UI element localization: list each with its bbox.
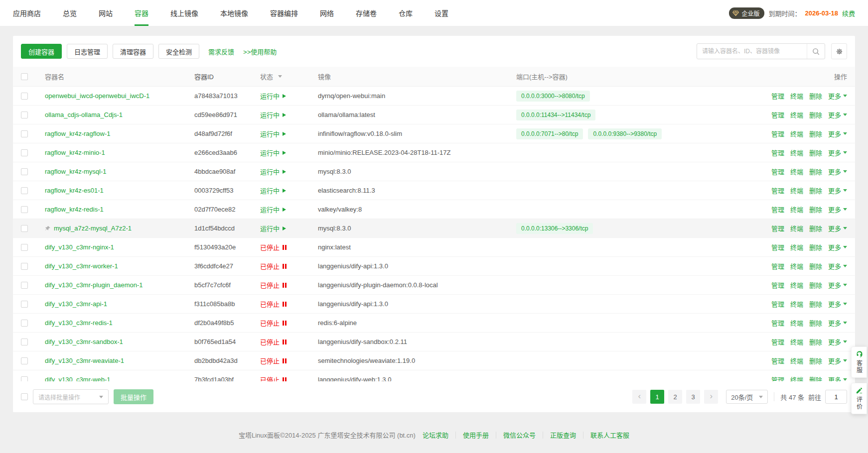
row-action-terminal[interactable]: 终端 — [790, 242, 803, 252]
row-action-terminal[interactable]: 终端 — [790, 375, 803, 381]
customer-service-widget[interactable]: 客服 — [851, 346, 867, 378]
row-action-manage[interactable]: 管理 — [771, 356, 784, 365]
goto-page-input[interactable] — [825, 390, 847, 404]
container-name-link[interactable]: ollama_cdjs-ollama_Cdjs-1 — [45, 111, 123, 118]
row-action-terminal[interactable]: 终端 — [790, 91, 803, 101]
row-checkbox[interactable] — [21, 301, 28, 308]
row-action-delete[interactable]: 删除 — [809, 129, 822, 138]
nav-tab[interactable]: 线上镜像 — [170, 0, 198, 26]
row-checkbox[interactable] — [21, 263, 28, 270]
row-action-more[interactable]: 更多 — [828, 337, 847, 346]
page-size-select[interactable]: 20条/页 — [726, 390, 768, 404]
row-action-more[interactable]: 更多 — [828, 167, 847, 176]
search-icon[interactable] — [807, 44, 825, 59]
column-settings-button[interactable] — [831, 43, 847, 59]
row-action-delete[interactable]: 删除 — [809, 148, 822, 157]
container-name-link[interactable]: ragflow_kr4z-es01-1 — [45, 187, 104, 194]
row-action-terminal[interactable]: 终端 — [790, 280, 803, 290]
row-action-manage[interactable]: 管理 — [771, 242, 784, 252]
row-checkbox[interactable] — [21, 206, 28, 213]
search-input[interactable] — [697, 48, 807, 55]
row-checkbox[interactable] — [21, 244, 28, 251]
row-action-more[interactable]: 更多 — [828, 205, 847, 214]
row-action-terminal[interactable]: 终端 — [790, 110, 803, 119]
row-action-more[interactable]: 更多 — [828, 186, 847, 195]
row-action-terminal[interactable]: 终端 — [790, 129, 803, 138]
container-name-link[interactable]: dify_v130_c3mr-sandbox-1 — [45, 338, 123, 345]
row-action-more[interactable]: 更多 — [828, 148, 847, 157]
row-action-more[interactable]: 更多 — [828, 299, 847, 309]
row-action-terminal[interactable]: 终端 — [790, 224, 803, 233]
page-button[interactable]: 1 — [650, 390, 664, 404]
select-all-checkbox[interactable] — [21, 73, 28, 80]
row-action-manage[interactable]: 管理 — [771, 337, 784, 346]
row-action-terminal[interactable]: 终端 — [790, 356, 803, 365]
row-action-more[interactable]: 更多 — [828, 318, 847, 328]
row-action-manage[interactable]: 管理 — [771, 299, 784, 309]
clean-container-button[interactable]: 清理容器 — [113, 44, 153, 59]
row-checkbox[interactable] — [21, 187, 28, 194]
row-action-delete[interactable]: 删除 — [809, 205, 822, 214]
nav-tab[interactable]: 设置 — [434, 0, 448, 26]
row-action-manage[interactable]: 管理 — [771, 280, 784, 290]
row-action-manage[interactable]: 管理 — [771, 318, 784, 328]
container-name-link[interactable]: ragflow_kr4z-minio-1 — [45, 149, 105, 156]
row-action-terminal[interactable]: 终端 — [790, 318, 803, 328]
row-action-manage[interactable]: 管理 — [771, 148, 784, 157]
row-action-delete[interactable]: 删除 — [809, 242, 822, 252]
row-checkbox[interactable] — [21, 225, 28, 232]
nav-tab[interactable]: 本地镜像 — [220, 0, 248, 26]
row-action-terminal[interactable]: 终端 — [790, 337, 803, 346]
page-button[interactable]: 2 — [668, 390, 682, 404]
row-action-delete[interactable]: 删除 — [809, 337, 822, 346]
container-name-link[interactable]: dify_v130_c3mr-web-1 — [45, 376, 111, 381]
container-name-link[interactable]: dify_v130_c3mr-redis-1 — [45, 319, 113, 327]
help-link[interactable]: >>使用帮助 — [243, 47, 277, 56]
row-checkbox[interactable] — [21, 93, 28, 100]
footer-link[interactable]: 联系人工客服 — [590, 430, 629, 440]
row-action-terminal[interactable]: 终端 — [790, 299, 803, 309]
container-name-link[interactable]: mysql_a7z2-mysql_A7z2-1 — [54, 225, 132, 232]
nav-tab[interactable]: 容器 — [135, 0, 148, 26]
footer-link[interactable]: 论坛求助 — [423, 430, 448, 440]
container-name-link[interactable]: openwebui_iwcd-openwebui_iwcD-1 — [45, 92, 149, 100]
review-widget[interactable]: 评价 — [851, 383, 867, 414]
nav-tab[interactable]: 总览 — [63, 0, 77, 26]
row-action-delete[interactable]: 删除 — [809, 110, 822, 119]
row-action-terminal[interactable]: 终端 — [790, 186, 803, 195]
nav-tab[interactable]: 容器编排 — [270, 0, 298, 26]
nav-tab[interactable]: 网络 — [320, 0, 334, 26]
renew-link[interactable]: 续费 — [842, 8, 855, 18]
row-action-delete[interactable]: 删除 — [809, 375, 822, 381]
row-action-manage[interactable]: 管理 — [771, 91, 784, 101]
footer-link[interactable]: 正版查询 — [550, 430, 576, 440]
next-page-button[interactable]: › — [704, 390, 718, 404]
container-name-link[interactable]: dify_v130_c3mr-weaviate-1 — [45, 357, 124, 364]
container-name-link[interactable]: ragflow_kr4z-ragflow-1 — [45, 130, 111, 137]
row-action-terminal[interactable]: 终端 — [790, 167, 803, 176]
row-action-more[interactable]: 更多 — [828, 242, 847, 252]
row-action-delete[interactable]: 删除 — [809, 280, 822, 290]
row-action-delete[interactable]: 删除 — [809, 91, 822, 101]
container-name-link[interactable]: dify_v130_c3mr-api-1 — [45, 300, 107, 308]
row-checkbox[interactable] — [21, 130, 28, 137]
row-action-manage[interactable]: 管理 — [771, 375, 784, 381]
row-checkbox[interactable] — [21, 376, 28, 382]
row-checkbox[interactable] — [21, 168, 28, 175]
row-action-manage[interactable]: 管理 — [771, 224, 784, 233]
row-action-more[interactable]: 更多 — [828, 129, 847, 138]
row-action-manage[interactable]: 管理 — [771, 261, 784, 271]
row-action-delete[interactable]: 删除 — [809, 224, 822, 233]
create-container-button[interactable]: 创建容器 — [21, 44, 62, 59]
row-action-more[interactable]: 更多 — [828, 261, 847, 271]
row-action-manage[interactable]: 管理 — [771, 186, 784, 195]
row-action-terminal[interactable]: 终端 — [790, 205, 803, 214]
row-action-delete[interactable]: 删除 — [809, 299, 822, 309]
row-action-delete[interactable]: 删除 — [809, 186, 822, 195]
row-action-manage[interactable]: 管理 — [771, 129, 784, 138]
row-action-more[interactable]: 更多 — [828, 280, 847, 290]
row-checkbox[interactable] — [21, 282, 28, 289]
footer-link[interactable]: 使用手册 — [463, 430, 489, 440]
nav-tab[interactable]: 应用商店 — [13, 0, 41, 26]
log-manage-button[interactable]: 日志管理 — [67, 44, 108, 59]
